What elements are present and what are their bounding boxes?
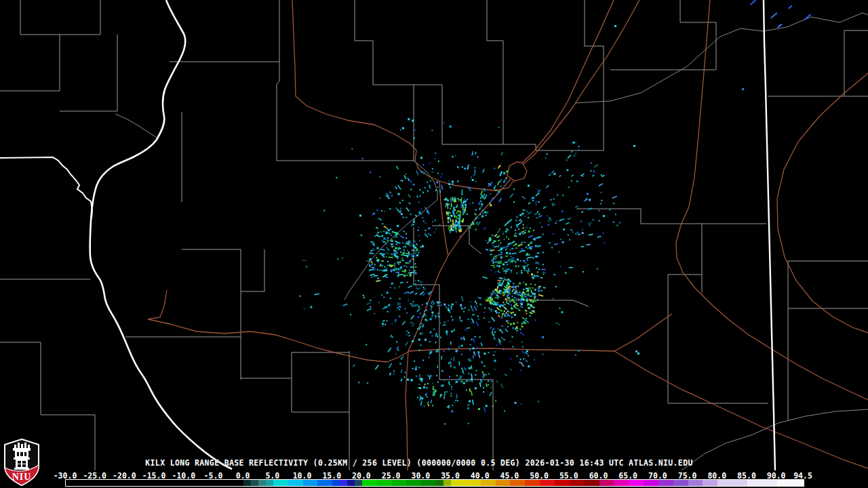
radar-map [0,0,868,472]
niu-logo: NIU [0,436,43,488]
logo-text: NIU [12,472,32,482]
reflectivity-colorbar [65,479,804,487]
reflectivity-scale: -30.0-25.0-20.0-15.0-10.0-5.00.05.010.01… [0,470,868,488]
map-background [0,0,868,472]
product-title: KILX LONG RANGE BASE REFLECTIVITY (0.25K… [145,458,692,468]
radar-viewer: KILX LONG RANGE BASE REFLECTIVITY (0.25K… [0,0,868,488]
